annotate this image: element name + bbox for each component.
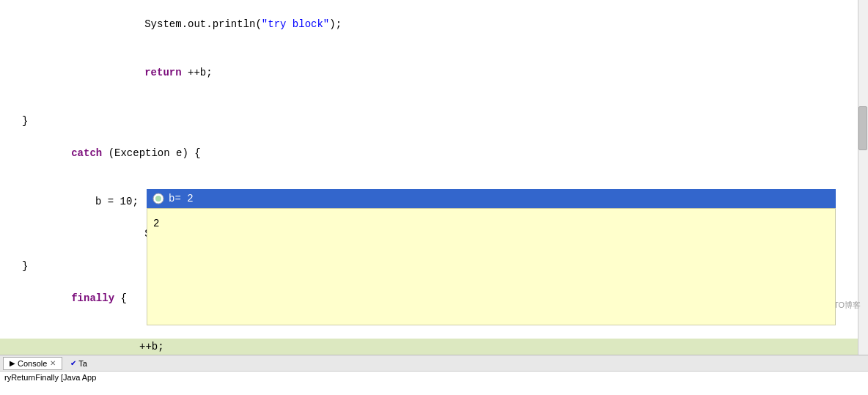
code-line: catch (Exception e) {	[0, 129, 868, 177]
tab-console[interactable]: ▶ Console ✕	[3, 357, 62, 370]
variable-popup: b= 2 2	[147, 189, 836, 325]
debug-highlighted-line: ++b;	[0, 339, 868, 355]
scrollbar-thumb[interactable]	[858, 106, 867, 150]
debug-circle-icon	[152, 193, 164, 204]
code-text: return ++b;	[95, 48, 213, 97]
tasks-icon: ✔	[70, 359, 76, 367]
code-text: System.out.println("try block");	[95, 0, 342, 48]
code-line: return ++b;	[0, 48, 868, 97]
tab-tasks[interactable]: ✔ Ta	[64, 357, 94, 370]
svg-point-1	[155, 196, 161, 202]
code-text: catch (Exception e) {	[22, 129, 201, 177]
popup-selected-label: b= 2	[169, 193, 194, 204]
bottom-content: ryReturnFinally [Java App	[0, 372, 868, 395]
code-text: finally {	[22, 274, 127, 322]
app-status-label: ryReturnFinally [Java App	[4, 373, 96, 382]
tab-tasks-label: Ta	[78, 359, 87, 368]
code-line	[0, 97, 868, 113]
popup-selected-row: b= 2	[147, 189, 836, 208]
console-icon: ▶	[10, 359, 15, 367]
popup-body: 2	[147, 208, 836, 325]
code-line: System.out.println("try block");	[0, 0, 868, 48]
bottom-tabs: ▶ Console ✕ ✔ Ta	[0, 355, 868, 372]
tab-console-label: Console	[18, 359, 47, 368]
editor-area: System.out.println("try block"); return …	[0, 0, 868, 355]
popup-value: 2	[153, 215, 829, 232]
console-close-icon[interactable]: ✕	[50, 359, 56, 367]
code-line: }	[0, 113, 868, 129]
bottom-panel: ▶ Console ✕ ✔ Ta ryReturnFinally [Java A…	[0, 355, 868, 395]
